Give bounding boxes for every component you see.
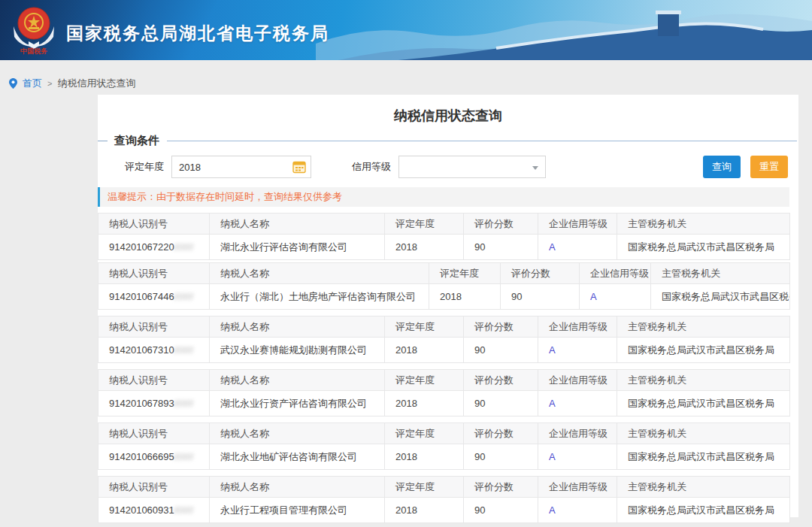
masked-id-part: ////// [174, 398, 194, 409]
taxpayer-name-cell: 湖北永业行资产评估咨询有限公司 [210, 391, 385, 416]
col-year: 评定年度 [429, 263, 501, 284]
table-row: 914201060931////// 永业行工程项目管理有限公司 2018 90… [98, 498, 790, 523]
form-buttons: 查询 重置 [703, 156, 788, 178]
credit-grade-field: 信用等级 [352, 156, 546, 178]
table-header-row: 纳税人识别号 纳税人名称 评定年度 评价分数 企业信用等级 主管税务机关 [98, 370, 790, 391]
grade-link[interactable]: A [549, 451, 556, 462]
taxpayer-id-cell: 914201060931////// [98, 498, 210, 523]
result-group: 纳税人识别号 纳税人名称 评定年度 评价分数 企业信用等级 主管税务机关 914… [98, 369, 790, 416]
table-header-row: 纳税人识别号 纳税人名称 评定年度 评价分数 企业信用等级 主管税务机关 [98, 263, 790, 284]
taxpayer-id-cell: 914201066695////// [98, 444, 210, 470]
col-taxpayer-name: 纳税人名称 [210, 370, 385, 391]
header-banner: 中国税务 国家税务总局湖北省电子税务局 [0, 0, 812, 60]
col-year: 评定年度 [385, 477, 464, 498]
result-group: 纳税人识别号 纳税人名称 评定年度 评价分数 企业信用等级 主管税务机关 914… [98, 476, 790, 523]
search-button[interactable]: 查询 [703, 156, 741, 178]
content-card: 纳税信用状态查询 查询条件 评定年度 信用等级 查 [98, 95, 798, 517]
authority-cell: 国家税务总局武汉市武昌区税务局 [617, 391, 790, 416]
col-authority: 主管税务机关 [617, 317, 790, 338]
taxpayer-id: 914201067220 [109, 241, 174, 253]
great-wall-illustration [316, 0, 812, 60]
col-grade: 企业信用等级 [538, 370, 617, 391]
taxpayer-id: 914201060931 [109, 504, 174, 516]
col-taxpayer-id: 纳税人识别号 [98, 370, 210, 391]
col-year: 评定年度 [385, 423, 464, 444]
taxpayer-name-cell: 永业行工程项目管理有限公司 [210, 498, 385, 523]
year-cell: 2018 [385, 444, 464, 470]
masked-id-part: ////// [174, 345, 194, 356]
table-row: 914201066695////// 湖北永业地矿评估咨询有限公司 2018 9… [98, 444, 790, 470]
query-conditions-label: 查询条件 [114, 134, 159, 148]
col-authority: 主管税务机关 [651, 263, 790, 284]
grade-link[interactable]: A [549, 398, 556, 409]
col-authority: 主管税务机关 [617, 423, 790, 444]
assessment-year-field: 评定年度 [125, 156, 311, 178]
col-taxpayer-name: 纳税人名称 [210, 263, 429, 284]
assessment-year-input[interactable] [172, 157, 285, 177]
grade-link[interactable]: A [549, 241, 556, 253]
calendar-icon[interactable] [292, 160, 306, 174]
table-header-row: 纳税人识别号 纳税人名称 评定年度 评价分数 企业信用等级 主管税务机关 [98, 214, 790, 235]
col-score: 评价分数 [501, 263, 580, 284]
masked-id-part: ////// [174, 452, 194, 462]
col-taxpayer-id: 纳税人识别号 [98, 263, 210, 284]
col-score: 评价分数 [464, 370, 538, 391]
result-group: 纳税人识别号 纳税人名称 评定年度 评价分数 企业信用等级 主管税务机关 914… [98, 316, 790, 363]
credit-grade-select[interactable] [398, 156, 546, 178]
taxpayer-id: 914201067310 [109, 344, 174, 356]
taxpayer-id: 914201066695 [109, 451, 174, 462]
score-cell: 90 [464, 498, 538, 523]
table-row: 914201067446////// 永业行（湖北）土地房地产评估咨询有限公司 … [98, 284, 790, 310]
col-authority: 主管税务机关 [617, 370, 790, 391]
breadcrumb: 首页 > 纳税信用状态查询 [0, 60, 812, 95]
taxpayer-id-cell: 914201067893////// [98, 391, 210, 416]
reset-button[interactable]: 重置 [750, 156, 788, 178]
taxpayer-id-cell: 914201067446////// [98, 284, 210, 310]
table-row: 914201067220////// 湖北永业行评估咨询有限公司 2018 90… [98, 235, 790, 260]
col-grade: 企业信用等级 [538, 214, 617, 235]
table-row: 914201067310////// 武汉永业赛博能规划勘测有限公司 2018 … [98, 338, 790, 363]
col-taxpayer-id: 纳税人识别号 [98, 317, 210, 338]
col-score: 评价分数 [464, 317, 538, 338]
authority-cell: 国家税务总局武汉市武昌区税务局 [617, 338, 790, 363]
col-taxpayer-id: 纳税人识别号 [98, 214, 210, 235]
masked-id-part: ////// [174, 242, 194, 253]
year-cell: 2018 [385, 391, 464, 416]
page-title: 纳税信用状态查询 [98, 95, 798, 125]
location-pin-icon [9, 78, 17, 89]
col-grade: 企业信用等级 [580, 263, 651, 284]
table-header-row: 纳税人识别号 纳税人名称 评定年度 评价分数 企业信用等级 主管税务机关 [98, 423, 790, 444]
col-score: 评价分数 [464, 214, 538, 235]
col-authority: 主管税务机关 [617, 477, 790, 498]
taxpayer-id-cell: 914201067220////// [98, 235, 210, 260]
col-taxpayer-id: 纳税人识别号 [98, 423, 210, 444]
col-score: 评价分数 [464, 477, 538, 498]
authority-cell: 国家税务总局武汉市武昌区税务局 [617, 498, 790, 523]
taxpayer-name-cell: 武汉永业赛博能规划勘测有限公司 [210, 338, 385, 363]
score-cell: 90 [464, 444, 538, 470]
col-grade: 企业信用等级 [538, 423, 617, 444]
table-header-row: 纳税人识别号 纳税人名称 评定年度 评价分数 企业信用等级 主管税务机关 [98, 317, 790, 338]
assessment-year-label: 评定年度 [125, 160, 164, 174]
tax-bureau-emblem-logo: 中国税务 [12, 4, 56, 55]
masked-id-part: ////// [174, 292, 194, 302]
grade-link[interactable]: A [590, 291, 597, 302]
col-authority: 主管税务机关 [617, 214, 790, 235]
year-cell: 2018 [385, 498, 464, 523]
masked-id-part: ////// [174, 505, 194, 516]
col-year: 评定年度 [385, 370, 464, 391]
grade-link[interactable]: A [549, 504, 556, 516]
table-row: 914201067893////// 湖北永业行资产评估咨询有限公司 2018 … [98, 391, 790, 416]
grade-link[interactable]: A [549, 344, 556, 356]
year-cell: 2018 [429, 284, 501, 310]
score-cell: 90 [464, 391, 538, 416]
result-group: 纳税人识别号 纳税人名称 评定年度 评价分数 企业信用等级 主管税务机关 914… [98, 423, 790, 470]
grade-cell: A [580, 284, 651, 310]
breadcrumb-home-link[interactable]: 首页 [23, 77, 42, 90]
taxpayer-id-cell: 914201067310////// [98, 338, 210, 363]
authority-cell: 国家税务总局武汉市武昌区税务局 [617, 444, 790, 470]
col-taxpayer-name: 纳税人名称 [210, 317, 385, 338]
site-title: 国家税务总局湖北省电子税务局 [66, 22, 329, 45]
assessment-year-input-box[interactable] [171, 156, 311, 178]
chevron-down-icon [532, 166, 538, 170]
